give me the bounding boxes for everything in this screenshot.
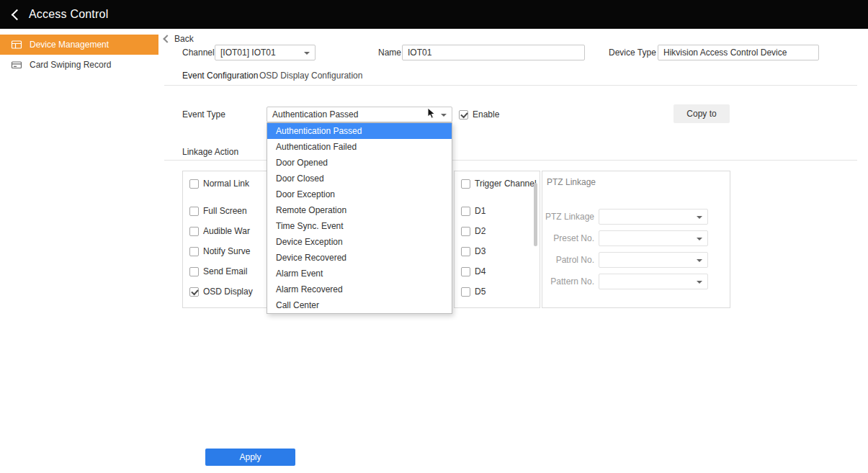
ptz-linkage-select[interactable] [599,209,708,225]
dropdown-option[interactable]: Call Center [267,297,452,313]
event-type-dropdown: Authentication Passed Authentication Fai… [267,122,452,314]
channel-select[interactable]: [IOT01] IOT01 [215,45,316,60]
channel-option-label: D2 [475,226,486,236]
audible-warning-checkbox[interactable] [189,227,199,236]
channel-option-d3: D3 [461,243,486,259]
linkage-option-send-email: Send Email [189,263,247,279]
chevron-down-icon [697,281,702,287]
channel-option-label: D3 [475,246,486,256]
back-label: Back [174,34,194,44]
send-email-checkbox[interactable] [189,267,199,276]
trigger-channel-checkbox[interactable] [461,179,470,189]
back-chevron-small-icon [163,35,171,42]
patrol-no-select[interactable] [599,252,708,268]
dropdown-option[interactable]: Authentication Passed [267,123,452,139]
back-button[interactable]: Back [164,34,194,44]
enable-checkbox[interactable] [459,110,468,120]
sidebar-item-label: Card Swiping Record [30,60,111,70]
dropdown-option[interactable]: Remote Operation [267,202,452,218]
card-swiping-record-icon [11,59,22,71]
pattern-no-field-label: Pattern No. [542,276,594,287]
device-management-icon [11,39,22,50]
patrol-no-field-label: Patrol No. [542,255,594,265]
preset-no-field-label: Preset No. [542,233,594,243]
channel-option-d4: D4 [461,263,486,279]
linkage-option-label: Send Email [203,266,247,276]
linkage-option-label: Notify Surve [203,246,250,256]
sidebar: Device Management Card Swiping Record [0,29,159,473]
sidebar-item-card-swiping-record[interactable]: Card Swiping Record [0,55,158,75]
d2-checkbox[interactable] [461,227,470,236]
dropdown-option[interactable]: Device Recovered [267,250,452,266]
patrol-no-row: Patrol No. [542,252,730,268]
dropdown-option[interactable]: Door Opened [267,155,452,171]
name-input[interactable] [402,45,585,60]
chevron-down-icon [697,216,702,222]
tab-osd-display-configuration[interactable]: OSD Display Configuration [259,68,362,83]
event-type-select[interactable]: Authentication Passed [267,107,452,122]
ptz-linkage-panel: PTZ Linkage PTZ Linkage Preset No. Patro… [542,171,730,308]
preset-no-row: Preset No. [542,230,730,246]
notify-surveillance-checkbox[interactable] [189,247,199,256]
dropdown-option[interactable]: Door Exception [267,186,452,202]
dropdown-option[interactable]: Door Closed [267,171,452,186]
trigger-channel-panel: Trigger Channel D1 D2 D3 D4 D5 [454,171,540,308]
channel-option-label: D1 [475,206,486,216]
event-type-label: Event Type [182,107,225,122]
ptz-linkage-row: PTZ Linkage [542,209,730,225]
tabs-divider [164,85,857,86]
normal-linkage-header: Normal Link [189,176,249,192]
dropdown-option[interactable]: Time Sync. Event [267,218,452,234]
scrollbar-thumb[interactable] [534,183,537,246]
trigger-channel-header: Trigger Channel [461,176,537,192]
dropdown-option[interactable]: Authentication Failed [267,139,452,155]
sidebar-item-device-management[interactable]: Device Management [0,35,158,55]
event-type-select-value: Authentication Passed [272,109,358,120]
d5-checkbox[interactable] [461,287,470,297]
dropdown-option[interactable]: Alarm Event [267,266,452,281]
name-label: Name [378,45,401,60]
sidebar-item-label: Device Management [30,40,109,50]
linkage-action-label: Linkage Action [182,144,238,160]
linkage-option-notify-surveillance: Notify Surve [189,243,250,259]
copy-to-button[interactable]: Copy to [674,104,730,123]
linkage-option-label: OSD Display [203,287,253,297]
channel-select-value: [IOT01] IOT01 [220,48,276,58]
d4-checkbox[interactable] [461,267,470,276]
trigger-channel-header-label: Trigger Channel [475,179,537,189]
page-title: Access Control [29,8,108,21]
linkage-option-osd-display: OSD Display [189,284,253,299]
enable-option: Enable [459,107,499,122]
back-chevron-icon[interactable] [12,9,23,20]
channel-option-d1: D1 [461,203,486,219]
linkage-option-audible-warning: Audible War [189,223,250,239]
preset-no-select[interactable] [599,230,708,246]
channel-option-d5: D5 [461,284,486,299]
apply-button[interactable]: Apply [205,449,295,466]
access-control-screen: Access Control Device Management Card Sw… [0,0,868,473]
main-content: Back Channel [IOT01] IOT01 Name Device T… [158,29,868,473]
device-type-input[interactable] [658,45,819,60]
d3-checkbox[interactable] [461,247,470,256]
tab-event-configuration[interactable]: Event Configuration [182,68,258,83]
device-type-label: Device Type [609,45,656,60]
dropdown-option[interactable]: Alarm Recovered [267,281,452,297]
linkage-option-label: Audible War [203,226,250,236]
ptz-linkage-field-label: PTZ Linkage [542,212,594,222]
full-screen-checkbox[interactable] [189,207,199,216]
pattern-no-select[interactable] [599,274,708,289]
d1-checkbox[interactable] [461,207,470,216]
chevron-down-icon [441,114,447,120]
channel-option-label: D5 [475,287,486,297]
osd-display-checkbox[interactable] [189,287,199,297]
ptz-linkage-header-label: PTZ Linkage [547,177,596,187]
normal-linkage-header-label: Normal Link [203,179,249,189]
chevron-down-icon [697,238,702,243]
topbar: Access Control [0,0,868,29]
normal-linkage-checkbox[interactable] [189,179,199,189]
chevron-down-icon [697,259,702,265]
pattern-no-row: Pattern No. [542,274,730,289]
channel-label: Channel [182,45,215,60]
enable-label: Enable [473,109,499,120]
dropdown-option[interactable]: Device Exception [267,234,452,250]
